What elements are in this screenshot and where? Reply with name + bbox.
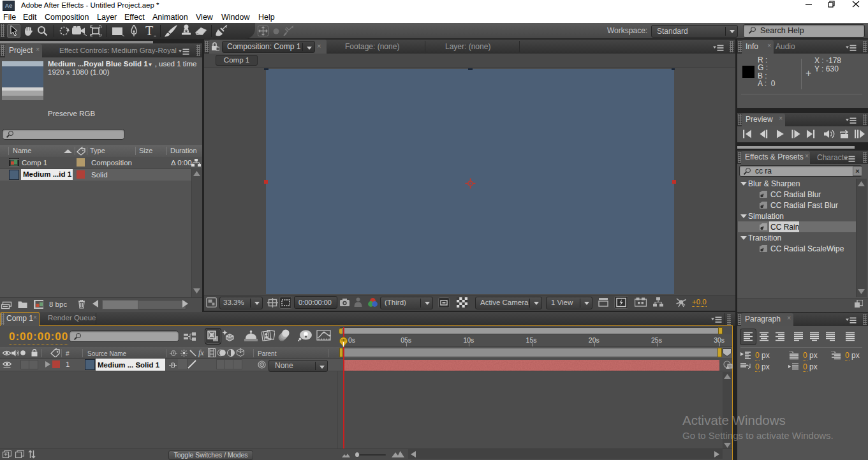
svg-text:T: T [145,24,153,37]
